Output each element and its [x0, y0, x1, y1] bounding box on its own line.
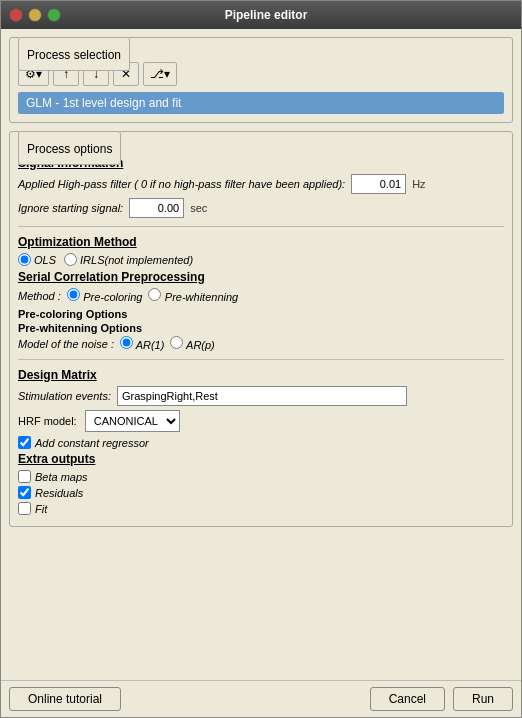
- title-bar: Pipeline editor: [1, 1, 521, 29]
- process-selection-group: Process selection ⚙▾ ↑ ↓ ✕ ⎇▾ GLM - 1st: [9, 37, 513, 123]
- ignore-signal-unit: sec: [190, 202, 207, 214]
- divider-2: [18, 359, 504, 360]
- pre-whitening-label: Pre-whitenning: [165, 291, 238, 303]
- ols-radio[interactable]: [18, 253, 31, 266]
- residuals-label: Residuals: [35, 487, 83, 499]
- window-title: Pipeline editor: [19, 8, 513, 22]
- stimulation-row: Stimulation events:: [18, 386, 504, 406]
- pre-coloring-radio[interactable]: [67, 288, 80, 301]
- ignore-signal-input[interactable]: [129, 198, 184, 218]
- ar1-label: AR(1): [136, 339, 165, 351]
- stimulation-input[interactable]: [117, 386, 407, 406]
- hrf-label: HRF model:: [18, 415, 77, 427]
- cancel-button[interactable]: Cancel: [370, 687, 445, 711]
- stimulation-label: Stimulation events:: [18, 390, 111, 402]
- action-buttons: Cancel Run: [370, 687, 513, 711]
- irls-radio[interactable]: [64, 253, 77, 266]
- irls-label: IRLS(not implemented): [80, 254, 193, 266]
- fit-label: Fit: [35, 503, 47, 515]
- branch-icon: ⎇▾: [150, 67, 170, 81]
- run-button[interactable]: Run: [453, 687, 513, 711]
- residuals-checkbox[interactable]: [18, 486, 31, 499]
- arp-option[interactable]: AR(p): [170, 336, 214, 351]
- pre-coloring-option[interactable]: Pre-coloring: [67, 288, 143, 304]
- arp-label: AR(p): [186, 339, 215, 351]
- ignore-signal-label: Ignore starting signal:: [18, 202, 123, 214]
- beta-maps-label: Beta maps: [35, 471, 88, 483]
- ols-label: OLS: [34, 254, 56, 266]
- selected-process[interactable]: GLM - 1st level design and fit: [18, 92, 504, 114]
- beta-maps-row: Beta maps: [18, 470, 504, 483]
- irls-option[interactable]: IRLS(not implemented): [64, 253, 193, 266]
- beta-maps-checkbox[interactable]: [18, 470, 31, 483]
- pipeline-editor-window: Pipeline editor Process selection ⚙▾ ↑ ↓…: [0, 0, 522, 718]
- arp-radio[interactable]: [170, 336, 183, 349]
- extra-outputs-label: Extra outputs: [18, 452, 504, 466]
- pre-whitening-options-label: Pre-whitenning Options: [18, 322, 504, 334]
- hrf-select[interactable]: CANONICAL GAMMA CUSTOM: [85, 410, 180, 432]
- hrf-row: HRF model: CANONICAL GAMMA CUSTOM: [18, 410, 504, 432]
- optimization-radio-group: OLS IRLS(not implemented): [18, 253, 504, 266]
- noise-model-row: Model of the noise : AR(1) AR(p): [18, 336, 504, 351]
- high-pass-row: Applied High-pass filter ( 0 if no high-…: [18, 174, 504, 194]
- add-constant-row: Add constant regressor: [18, 436, 504, 449]
- residuals-row: Residuals: [18, 486, 504, 499]
- high-pass-label: Applied High-pass filter ( 0 if no high-…: [18, 178, 345, 190]
- divider-1: [18, 226, 504, 227]
- pre-whitening-radio[interactable]: [148, 288, 161, 301]
- branch-button[interactable]: ⎇▾: [143, 62, 177, 86]
- method-row: Method : Pre-coloring Pre-whitenning: [18, 288, 504, 304]
- process-selection-label: Process selection: [18, 37, 130, 71]
- design-matrix-label: Design Matrix: [18, 368, 504, 382]
- pre-coloring-options-label: Pre-coloring Options: [18, 308, 504, 320]
- tutorial-button[interactable]: Online tutorial: [9, 687, 121, 711]
- ar1-radio[interactable]: [120, 336, 133, 349]
- process-options-label: Process options: [18, 131, 121, 165]
- process-options-group: Process options Signal Information Appli…: [9, 131, 513, 527]
- high-pass-unit: Hz: [412, 178, 425, 190]
- high-pass-input[interactable]: [351, 174, 406, 194]
- optimization-label: Optimization Method: [18, 235, 504, 249]
- ar1-option[interactable]: AR(1): [120, 336, 164, 351]
- noise-model-label: Model of the noise :: [18, 338, 114, 350]
- bottom-bar: Online tutorial Cancel Run: [1, 680, 521, 717]
- serial-correlation-label: Serial Correlation Preprocessing: [18, 270, 504, 284]
- ols-option[interactable]: OLS: [18, 253, 56, 266]
- content-area: Process selection ⚙▾ ↑ ↓ ✕ ⎇▾ GLM - 1st: [1, 29, 521, 680]
- fit-checkbox[interactable]: [18, 502, 31, 515]
- add-constant-label: Add constant regressor: [35, 437, 149, 449]
- method-label: Method :: [18, 290, 61, 302]
- pre-coloring-label: Pre-coloring: [83, 291, 142, 303]
- add-constant-checkbox[interactable]: [18, 436, 31, 449]
- ignore-signal-row: Ignore starting signal: sec: [18, 198, 504, 218]
- fit-row: Fit: [18, 502, 504, 515]
- pre-whitening-option[interactable]: Pre-whitenning: [148, 288, 238, 304]
